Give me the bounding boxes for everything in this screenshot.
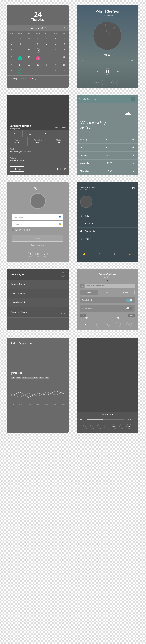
twitter-icon[interactable]: 𝕏	[35, 252, 40, 257]
more-icon[interactable]: ⋯	[127, 424, 131, 429]
heart-icon[interactable]: ♡	[101, 80, 106, 85]
forgot-link[interactable]: Forget password	[12, 244, 63, 246]
weather-row[interactable]: Tusday14 °C❄	[77, 152, 138, 159]
next-icon[interactable]: ▷▷	[116, 70, 119, 72]
shots-stat[interactable]: Shots12K	[48, 137, 69, 146]
month-chip[interactable]: JAN	[10, 377, 15, 379]
expand-icon[interactable]: ⛶	[133, 418, 135, 420]
compose-icon[interactable]: ✎	[99, 252, 101, 256]
weather-screen: ✎ Note Something ✕ ☁ Wednesday 26 °C Sun…	[77, 95, 138, 175]
menu-item-profile[interactable]: ☺Profile	[77, 235, 138, 243]
edit-icon[interactable]: ✎	[79, 98, 81, 100]
profile-screen: Samantha Newton Photographer 📍 Newyork, …	[7, 95, 69, 175]
facebook-icon[interactable]: f	[57, 168, 58, 170]
toggle-off[interactable]: Toggle Is Off	[80, 305, 135, 312]
meet-day[interactable]: 17	[16, 54, 25, 62]
more-icon[interactable]: ⋯	[53, 130, 69, 137]
weather-row[interactable]: Sunday26 °C☀	[77, 136, 138, 144]
plane-icon[interactable]: ✈	[83, 322, 88, 327]
share-icon[interactable]: ⇪	[120, 424, 124, 429]
pause-button[interactable]: ❚❚	[104, 68, 111, 74]
lock-icon[interactable]: 🔒	[129, 252, 132, 256]
video-thumbnail[interactable]	[77, 338, 138, 412]
twitter-icon[interactable]: 𝕏	[60, 168, 62, 170]
menu-welcome: Welcome	[80, 188, 95, 190]
facebook-icon[interactable]: f	[28, 252, 33, 257]
send-icon[interactable]: ✈	[7, 130, 22, 137]
video-progress[interactable]	[87, 419, 124, 420]
busy-day[interactable]: 19	[33, 54, 42, 62]
google-icon[interactable]: g⁺	[43, 252, 48, 257]
bell-icon[interactable]: 🔔	[83, 252, 86, 256]
menu-item-settings[interactable]: ⚙Settings	[77, 212, 138, 220]
remember-checkbox[interactable]: Keep me logged in	[12, 229, 63, 231]
avatar	[80, 196, 92, 208]
month-chip[interactable]: JUN	[39, 377, 44, 379]
username-input[interactable]: Username👤	[12, 214, 63, 220]
contact-row[interactable]: Jesus Wagner˄	[7, 269, 69, 280]
following-stat[interactable]: Following25K	[28, 137, 48, 146]
shuffle-icon[interactable]: ⤨	[82, 60, 84, 62]
weather-row[interactable]: Monday32 °C☀	[77, 144, 138, 152]
track-title: When I See You	[77, 5, 138, 14]
prev-icon[interactable]: ◁◁	[97, 424, 102, 429]
block-icon[interactable]: ⊘	[94, 80, 99, 85]
url-input[interactable]: http://www.elgendy.me	[85, 284, 135, 288]
phone-icon[interactable]: ▢	[22, 130, 38, 137]
signin-button[interactable]: Sign in	[12, 235, 63, 242]
month-chip[interactable]: JUL	[44, 377, 49, 379]
rotate-icon[interactable]: ⟳	[127, 322, 132, 327]
weather-row[interactable]: Thursday27 °C☁	[77, 167, 138, 175]
calendar-month-selector[interactable]: November 2013	[7, 25, 69, 31]
segment-control[interactable]: Today All Missed	[80, 290, 135, 295]
google-icon[interactable]: g⁺	[64, 168, 66, 170]
moon-icon[interactable]: ☾	[116, 322, 121, 327]
contact-row[interactable]: Adam Hawkins	[7, 289, 69, 298]
contact-row[interactable]: Adrian Schwartz	[7, 298, 69, 307]
mail-icon[interactable]: ✉	[132, 186, 135, 190]
calendar-weekday: Thursday	[10, 18, 65, 22]
album-disc[interactable]	[93, 22, 121, 50]
wifi-icon[interactable]: ⎋	[94, 322, 99, 327]
menu-username: Jack Johnston	[80, 186, 95, 188]
toggle-on[interactable]: Toggle Is On	[80, 297, 135, 304]
user-icon: 👤	[59, 216, 61, 218]
more-icon[interactable]: ⋯	[116, 80, 121, 85]
next-icon[interactable]: ▷▷	[112, 424, 117, 429]
legend-today: Today	[10, 78, 17, 80]
weather-row[interactable]: Wedesday23 °C☁	[77, 159, 138, 167]
message-icon[interactable]: ✉	[38, 130, 53, 137]
play-button[interactable]: ▷	[104, 424, 110, 430]
heart-icon[interactable]: ♡	[90, 424, 95, 429]
followers-stat[interactable]: Followers32K	[7, 137, 28, 146]
weather-day: Wednesday	[80, 120, 135, 126]
weather-icon: ❄	[130, 154, 135, 157]
profile-location: 📍 Newyork, USA	[52, 126, 66, 128]
note-placeholder[interactable]: Note Something	[82, 98, 96, 100]
refresh-icon[interactable]: ↻	[80, 284, 84, 288]
menu-item-favorites[interactable]: ☆Favorites	[77, 220, 138, 228]
signin-title: Sign In	[12, 187, 63, 190]
viewall-link[interactable]: View All	[80, 276, 135, 278]
close-icon[interactable]: ✕	[131, 97, 136, 101]
svg-point-4	[47, 395, 47, 396]
weather-icon: ☀	[130, 138, 135, 141]
month-chip[interactable]: FEB	[16, 377, 21, 379]
prev-icon[interactable]: ◁◁	[96, 70, 99, 72]
calendar-grid: SUN MON TUE WED THU FRI SAT 272829303112…	[7, 31, 69, 76]
month-chip[interactable]: MAR	[22, 377, 27, 379]
password-input[interactable]: Password🔒	[12, 221, 63, 227]
menu-item-comments[interactable]: 💬Comments	[77, 228, 138, 235]
contact-row[interactable]: Jackson Turner	[7, 280, 69, 289]
share-icon[interactable]: ⇪	[109, 80, 114, 85]
settings-icon[interactable]: ⚙	[114, 252, 116, 256]
signin-screen: Sign In Username👤 Password🔒 Keep me logg…	[7, 182, 69, 262]
month-chip[interactable]: MAY	[33, 377, 38, 379]
range-slider[interactable]: $100$700	[80, 314, 135, 318]
bluetooth-icon[interactable]: ᚼ	[105, 322, 110, 327]
month-chip[interactable]: APR	[27, 377, 32, 379]
block-icon[interactable]: ⊘	[83, 424, 88, 429]
follow-button[interactable]: Follow Me	[10, 166, 24, 172]
repeat-icon[interactable]: ⟲	[131, 60, 133, 62]
contact-row[interactable]: Alexandra Simon˅	[7, 307, 69, 318]
